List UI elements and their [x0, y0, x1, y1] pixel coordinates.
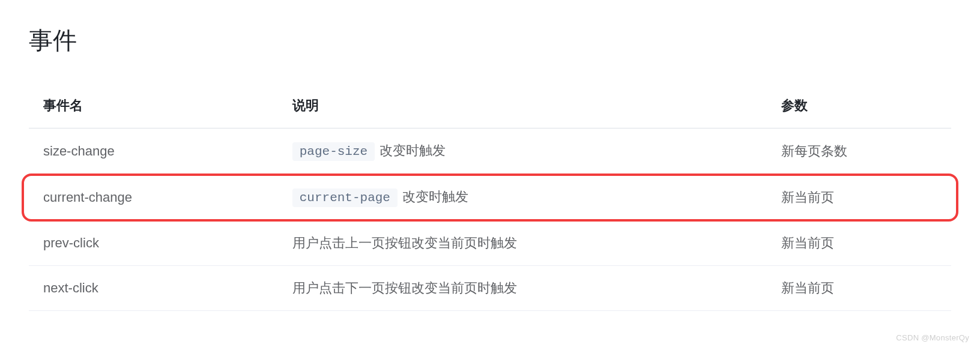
table-row: current-changecurrent-page改变时触发新当前页: [29, 175, 951, 221]
table-row: next-click用户点击下一页按钮改变当前页时触发新当前页: [29, 266, 951, 311]
events-table: 事件名 说明 参数 size-changepage-size改变时触发新每页条数…: [29, 86, 951, 311]
description-text: 改变时触发: [380, 143, 446, 158]
cell-params: 新当前页: [767, 221, 951, 266]
code-tag: current-page: [292, 189, 398, 207]
header-description: 说明: [278, 86, 767, 128]
watermark: CSDN @MonsterQy: [896, 333, 969, 335]
table-header-row: 事件名 说明 参数: [29, 86, 951, 128]
table-row: prev-click用户点击上一页按钮改变当前页时触发新当前页: [29, 221, 951, 266]
cell-event-name: current-change: [29, 175, 278, 221]
cell-params: 新当前页: [767, 175, 951, 221]
cell-params: 新当前页: [767, 266, 951, 311]
header-event-name: 事件名: [29, 86, 278, 128]
table-row: size-changepage-size改变时触发新每页条数: [29, 128, 951, 175]
cell-event-name: prev-click: [29, 221, 278, 266]
description-text: 用户点击下一页按钮改变当前页时触发: [292, 280, 517, 295]
cell-params: 新每页条数: [767, 128, 951, 175]
header-params: 参数: [767, 86, 951, 128]
cell-description: 用户点击下一页按钮改变当前页时触发: [278, 266, 767, 311]
code-tag: page-size: [292, 142, 375, 161]
table-body: size-changepage-size改变时触发新每页条数current-ch…: [29, 128, 951, 311]
cell-description: page-size改变时触发: [278, 128, 767, 175]
cell-description: 用户点击上一页按钮改变当前页时触发: [278, 221, 767, 266]
description-text: 改变时触发: [402, 189, 468, 204]
cell-event-name: size-change: [29, 128, 278, 175]
cell-event-name: next-click: [29, 266, 278, 311]
section-title: 事件: [29, 24, 951, 57]
description-text: 用户点击上一页按钮改变当前页时触发: [292, 235, 517, 250]
cell-description: current-page改变时触发: [278, 175, 767, 221]
